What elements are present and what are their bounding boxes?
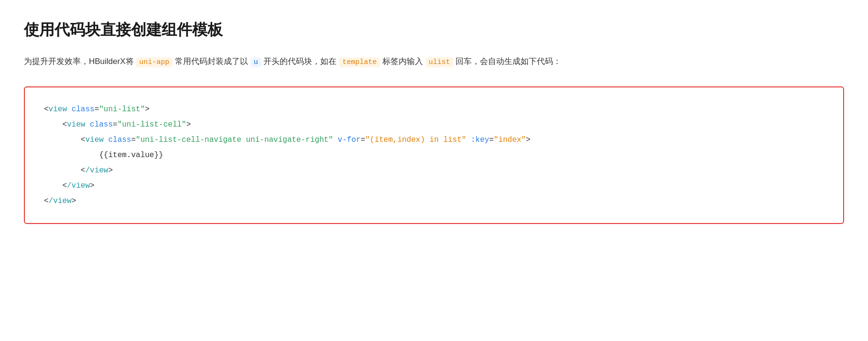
closing-tag-view-2: /view	[67, 181, 90, 190]
code-line-4: {{item.value}}	[44, 148, 824, 163]
attr-vfor: v-for	[338, 136, 361, 144]
closing-tag-view-1: /view	[49, 197, 72, 205]
tag-view-2: view	[67, 120, 85, 129]
bracket-close: >	[145, 105, 150, 114]
code-line-3: <view class="uni-list-cell-navigate uni-…	[44, 132, 824, 148]
tag-view: view	[49, 105, 67, 114]
attr-class-value-2: "uni-list-cell"	[118, 120, 186, 129]
code-line-6: </view>	[44, 178, 824, 193]
attr-key: :key	[471, 136, 489, 144]
description-text: 为提升开发效率，HBuilderX将 uni-app 常用代码封装成了以 u 开…	[24, 54, 844, 70]
tag-view-3: view	[85, 136, 103, 144]
mustache-expression: {{item.value}}	[99, 151, 163, 160]
code-line-7: </view>	[44, 193, 824, 209]
attr-vfor-value: "(item,index) in list"	[365, 136, 466, 144]
code-line-1: <view class="uni-list">	[44, 102, 824, 117]
code-line-2: <view class="uni-list-cell">	[44, 117, 824, 132]
attr-class-3: class	[108, 136, 131, 144]
code-line-5: </view>	[44, 163, 824, 178]
attr-class-2: class	[90, 120, 113, 129]
closing-tag-view-3: /view	[85, 166, 108, 175]
attr-class: class	[72, 105, 95, 114]
inline-code-template: template	[339, 57, 380, 67]
code-block: <view class="uni-list"> <view class="uni…	[24, 86, 844, 224]
bracket: <	[44, 105, 49, 114]
inline-code-ulist: ulist	[425, 57, 454, 67]
page-title: 使用代码块直接创建组件模板	[24, 19, 844, 41]
inline-code-u: u	[250, 57, 261, 67]
attr-class-value-3: "uni-list-cell-navigate uni-navigate-rig…	[136, 136, 333, 144]
inline-code-uni-app: uni-app	[136, 57, 173, 67]
attr-class-value: "uni-list"	[99, 105, 145, 114]
attr-key-value: "index"	[494, 136, 526, 144]
